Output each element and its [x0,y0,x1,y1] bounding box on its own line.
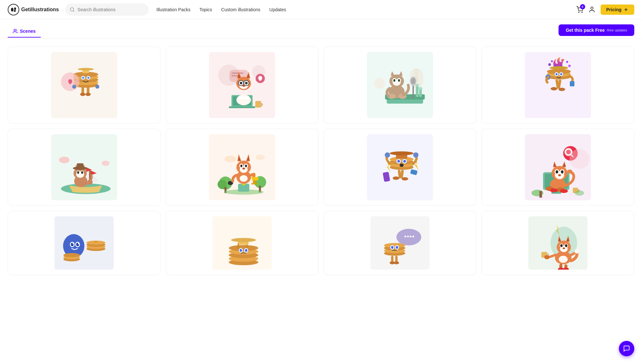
illustration-card-1[interactable] [8,47,160,124]
svg-point-267 [560,244,562,247]
svg-point-80 [374,78,385,89]
svg-point-94 [560,73,562,75]
svg-point-227 [231,238,256,242]
svg-point-85 [568,65,571,67]
svg-rect-52 [229,106,255,108]
svg-point-78 [415,84,419,86]
svg-point-47 [245,82,247,84]
svg-point-129 [224,156,236,162]
tabs: Scenes [8,25,41,38]
svg-point-167 [413,152,418,158]
nav-custom-illustrations[interactable]: Custom illustrations [221,7,260,12]
svg-point-252 [394,261,399,264]
nav-topics[interactable]: Topics [199,7,212,12]
illustration-card-8[interactable] [482,129,634,206]
svg-point-204 [560,189,568,193]
logo-icon [8,4,19,15]
pricing-button[interactable]: Pricing [601,4,634,15]
svg-point-225 [229,245,258,251]
user-button[interactable] [588,6,595,13]
illustration-4 [487,52,629,118]
svg-point-271 [575,249,579,254]
svg-point-165 [400,164,403,167]
site-logo[interactable]: Getillustrations [8,4,59,15]
svg-line-5 [73,11,74,12]
illustrations-grid [0,39,642,283]
illustration-card-4[interactable] [482,47,634,124]
svg-point-197 [567,169,572,173]
svg-point-231 [245,249,247,252]
illustration-card-10[interactable] [166,211,318,275]
user-icon [588,6,595,13]
svg-point-237 [407,236,409,238]
svg-point-171 [402,177,408,180]
illustration-card-3[interactable] [324,47,476,124]
get-pack-button[interactable]: Get this pack Free /free updates [559,24,634,36]
svg-point-160 [390,152,413,155]
svg-point-194 [556,170,558,173]
svg-rect-56 [238,97,249,99]
svg-point-203 [550,188,558,192]
svg-point-84 [566,61,568,63]
svg-point-179 [569,149,589,169]
header-right: 0 Pricing [576,4,634,15]
svg-point-97 [551,87,557,90]
svg-point-177 [566,150,571,154]
svg-point-236 [404,236,406,238]
search-bar [65,4,149,16]
illustration-card-12[interactable] [482,211,634,275]
nav-illustration-packs[interactable]: Illustration Packs [156,7,190,12]
svg-point-196 [558,174,561,176]
svg-point-73 [411,78,415,84]
svg-point-79 [419,87,422,90]
illustration-card-5[interactable] [8,129,160,206]
svg-point-7 [582,12,582,13]
svg-point-216 [78,243,79,244]
svg-point-163 [397,160,400,162]
svg-point-1 [11,8,13,12]
illustration-card-11[interactable] [324,211,476,275]
illustration-9 [13,216,155,270]
nav-updates[interactable]: Updates [269,7,286,12]
get-pack-sub: /free updates [607,28,627,32]
svg-point-238 [410,236,412,238]
get-pack-label: Get this pack Free [566,28,604,33]
svg-point-215 [73,243,74,244]
tab-scenes-label: Scenes [20,29,36,34]
illustration-card-2[interactable] [166,47,318,124]
search-input[interactable] [77,7,144,12]
svg-point-219 [63,253,80,257]
svg-point-202 [575,190,584,195]
cart-badge: 0 [580,4,585,9]
svg-rect-148 [251,183,258,184]
svg-point-82 [548,63,551,66]
svg-point-83 [551,60,553,62]
svg-point-27 [85,93,91,96]
svg-point-29 [72,85,76,89]
tab-scenes[interactable]: Scenes [8,25,41,38]
illustration-card-7[interactable] [324,129,476,206]
illustration-card-9[interactable] [8,211,160,275]
svg-rect-99 [570,81,574,86]
svg-rect-183 [551,192,561,194]
svg-point-146 [242,168,245,169]
illustration-10 [171,216,313,270]
svg-rect-201 [539,191,542,198]
cart-button[interactable]: 0 [576,6,583,13]
svg-point-90 [547,69,571,74]
svg-point-170 [393,177,399,180]
illustration-5 [13,134,155,200]
illustration-card-6[interactable] [166,129,318,206]
svg-point-55 [236,95,251,105]
svg-point-46 [240,82,242,84]
svg-point-11 [14,29,15,31]
svg-point-247 [396,246,398,249]
svg-point-145 [245,165,247,167]
svg-point-122 [102,160,110,166]
svg-point-268 [565,244,567,247]
svg-point-98 [559,88,565,91]
svg-point-3 [14,10,16,12]
svg-rect-36 [231,73,243,74]
svg-point-19 [78,68,93,70]
logo-text: Getillustrations [21,7,59,13]
